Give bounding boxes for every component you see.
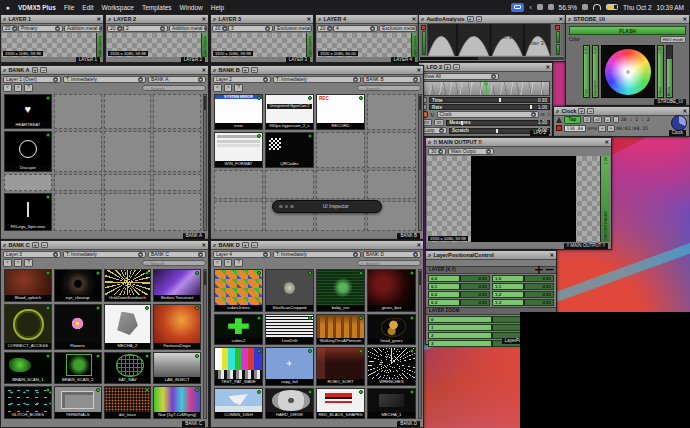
layer-xy-slider-1,0[interactable]: 1,00.50: [492, 275, 554, 282]
clip-cell[interactable]: BRAIN_SCAN_1: [4, 352, 52, 385]
bank-next-button[interactable]: >: [14, 259, 23, 267]
bank-name-select[interactable]: BANK B▾: [363, 76, 421, 83]
empty-clip-slot[interactable]: [54, 131, 102, 172]
magnifier-icon[interactable]: ⌕: [318, 16, 321, 22]
bank-titlebar[interactable]: ⌕ BANK A + − ✕: [1, 66, 208, 75]
layer-preview[interactable]: 1920 x 1080, 59.98 Layer Opacity: [107, 33, 207, 57]
plus-button[interactable]: +: [242, 242, 249, 248]
close-icon[interactable]: ✕: [201, 242, 206, 248]
close-icon[interactable]: ✕: [558, 16, 563, 22]
empty-clip-slot[interactable]: [153, 131, 201, 172]
clip-cell[interactable]: RED_BLACK_SHAPES: [316, 388, 365, 419]
magnifier-icon[interactable]: ⌕: [3, 67, 6, 73]
main-output-titlebar[interactable]: ⌕ !! MAIN OUTPUT !! ✕: [426, 138, 611, 147]
layer-tab[interactable]: LAYER 4: [391, 57, 415, 63]
magnifier-icon[interactable]: ⌕: [421, 16, 424, 22]
master-fader-slider[interactable]: 1.00 MASTER FADER: [600, 156, 610, 242]
close-icon[interactable]: ✕: [604, 139, 609, 145]
menu-item-edit[interactable]: Edit: [82, 4, 93, 11]
audio-gain-strip[interactable]: [420, 24, 428, 56]
nudge-forward-button[interactable]: »: [607, 125, 614, 132]
bank-search-input[interactable]: ⌕Search: [357, 85, 421, 92]
plus-button[interactable]: +: [444, 64, 451, 70]
bank-next-button[interactable]: >: [224, 259, 233, 267]
magnifier-icon[interactable]: ⌕: [556, 108, 559, 114]
bank-trigger-select[interactable]: T: Immediately▾: [63, 76, 146, 83]
clip-cell[interactable]: WRENCHES: [367, 347, 416, 386]
plus-button[interactable]: +: [467, 16, 474, 22]
nudge-back-button[interactable]: «: [598, 125, 605, 132]
clip-cell[interactable]: LAB_INJECT: [153, 352, 201, 385]
strobe-hue-slider[interactable]: 0.00Hue: [583, 45, 590, 98]
bank-tab[interactable]: BANK D: [397, 421, 420, 427]
layer-titlebar[interactable]: ⌕ LAYER 1 ✕: [1, 15, 103, 24]
close-icon[interactable]: ✕: [411, 16, 416, 22]
loop-arrow-icon[interactable]: ↻: [430, 112, 435, 118]
audio-scrollbar[interactable]: [420, 57, 564, 61]
layer-xy-slider-1,2[interactable]: 1,20.50: [492, 291, 554, 298]
layer-xy-slider-0,0[interactable]: 0,00.50: [428, 275, 490, 282]
bank-search-input[interactable]: ⌕Search: [142, 260, 206, 267]
lfo-titlebar[interactable]: ⌕ LFO 2 + − ✕: [419, 63, 552, 72]
layer-xy-slider-1,3[interactable]: 1,30.50: [492, 299, 554, 306]
clip-cell[interactable]: SYSTEM ERRORerror: [214, 94, 263, 130]
clip-cell[interactable]: baby_run: [316, 269, 365, 312]
clip-cell[interactable]: Unregistered HyperCam 2960px-hypercam_2_…: [265, 94, 314, 130]
lfo-3x-button[interactable]: 3X: [434, 119, 444, 126]
output-fps-select[interactable]: 30▾: [428, 148, 446, 155]
bank-help-button[interactable]: ?: [24, 259, 33, 267]
clip-cell[interactable]: ROBO_SORT: [316, 347, 365, 386]
magnifier-icon[interactable]: ⌕: [3, 242, 6, 248]
audio-level-slider[interactable]: [556, 31, 560, 43]
strobe-tab[interactable]: STROBE_UI: [654, 99, 686, 105]
stop-button[interactable]: [556, 125, 562, 131]
clip-cell[interactable]: BRAIN_SCAN_2: [54, 352, 102, 385]
bank-scrollbar[interactable]: [203, 94, 207, 231]
minus-button[interactable]: −: [251, 242, 258, 248]
magnifier-icon[interactable]: ⌕: [3, 16, 6, 22]
close-icon[interactable]: ✕: [416, 242, 421, 248]
bank-search-input[interactable]: ⌕Search: [357, 260, 421, 267]
bpm-double-button[interactable]: x2: [593, 116, 603, 123]
clip-cell[interactable]: Broken Tesseract: [153, 269, 201, 302]
bank-tab[interactable]: BANK B: [397, 233, 420, 239]
bpm-value[interactable]: 130.84: [564, 125, 587, 133]
layer-titlebar[interactable]: ⌕ LAYER 3 ✕: [211, 15, 313, 24]
bank-search-input[interactable]: ⌕Search: [142, 85, 206, 92]
layer-source-select[interactable]: 3▾: [228, 25, 273, 32]
ui-inspector-collapsed-window[interactable]: UI Inspector: [272, 200, 382, 213]
layer-fps-select[interactable]: 20▾: [107, 25, 122, 32]
bank-trigger-select[interactable]: T: Immediately▾: [273, 251, 361, 258]
lfo-measures-slider[interactable]: Measures 1.00: [446, 120, 550, 126]
main-output-tab[interactable]: !! MAIN OUTPUT !!: [564, 243, 608, 249]
layer-preview[interactable]: 1920 x 1080, 59.98 Layer Opacity: [212, 33, 312, 57]
plus-button[interactable]: +: [534, 261, 543, 265]
audio-gain-slider[interactable]: [422, 31, 426, 55]
bank-titlebar[interactable]: ⌕ BANK C + − ✕: [1, 241, 208, 250]
layer-xy-slider-1,1[interactable]: 1,10.50: [492, 283, 554, 290]
bank-layer-select[interactable]: Layer 4▾: [213, 251, 271, 258]
empty-clip-slot[interactable]: [367, 94, 416, 130]
lfo-view-select[interactable]: View All▾: [421, 73, 499, 80]
bank-scrollbar[interactable]: [203, 269, 207, 419]
menu-item-help[interactable]: Help: [211, 4, 224, 11]
menu-item-file[interactable]: File: [64, 4, 74, 11]
bank-next-button[interactable]: >: [14, 84, 23, 92]
empty-clip-slot[interactable]: [316, 170, 365, 200]
lfo-time-slider[interactable]: Time 0.93: [429, 97, 550, 103]
clip-cell[interactable]: Nue [1g7-CzMKyng]: [153, 386, 201, 419]
empty-clip-slot[interactable]: [153, 174, 201, 191]
clip-cell[interactable]: gears_box: [367, 269, 416, 312]
layer-preview[interactable]: 1920 x 1080, 59.98 Layer Opacity: [2, 33, 102, 57]
lfo-clock-select[interactable]: Clock▾: [437, 111, 539, 118]
minus-button[interactable]: −: [476, 16, 483, 22]
minus-button[interactable]: −: [41, 242, 48, 248]
layer-xy-slider-0,2[interactable]: 0,20.50: [428, 291, 490, 298]
close-icon[interactable]: ✕: [682, 16, 687, 22]
plus-button[interactable]: +: [32, 242, 39, 248]
magnifier-icon[interactable]: ⌕: [568, 16, 571, 22]
audio-filter-graph[interactable]: Filter 1 Filter 2 Filter 3: [428, 24, 550, 56]
bank-layer-select[interactable]: Layer 3▾: [3, 251, 61, 258]
wifi-icon[interactable]: [593, 4, 601, 10]
audio-on-toggle[interactable]: [421, 25, 426, 30]
